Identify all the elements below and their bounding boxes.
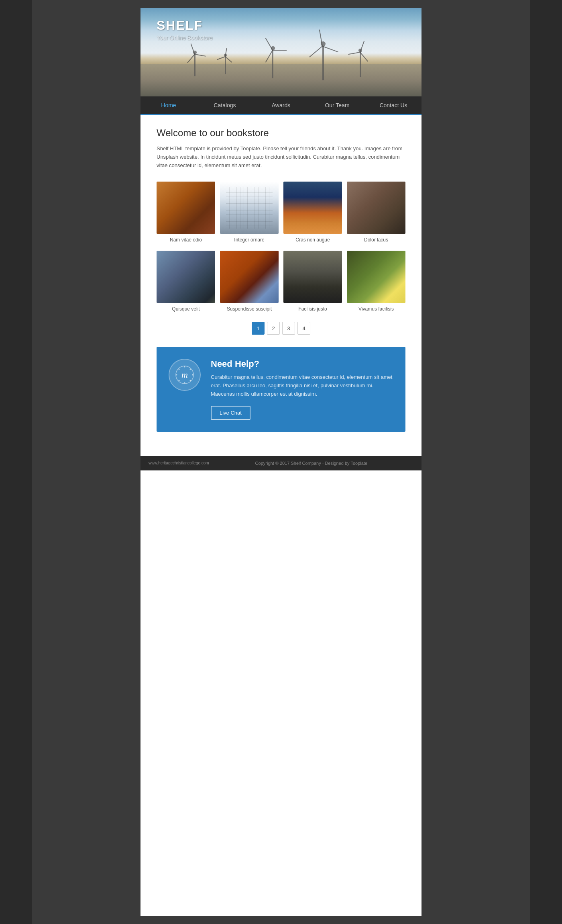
help-logo-svg: m	[175, 365, 195, 385]
help-content: Need Help? Curabitur magna tellus, condi…	[211, 359, 393, 419]
nav-home[interactable]: Home	[140, 96, 197, 114]
help-title: Need Help?	[211, 359, 393, 369]
main-content: Welcome to our bookstore Shelf HTML temp…	[140, 115, 422, 456]
help-icon: m	[169, 359, 201, 391]
image-box-7[interactable]	[347, 251, 405, 303]
help-text: Curabitur magna tellus, condimentum vita…	[211, 373, 393, 398]
nav-our-team[interactable]: Our Team	[309, 96, 365, 114]
header-text: SHELF Your Online Bookstore	[157, 18, 213, 41]
image-item-0: Nam vitae odio	[157, 182, 215, 243]
image-box-4[interactable]	[157, 251, 215, 303]
image-box-3[interactable]	[347, 182, 405, 234]
turbine-4	[313, 36, 333, 80]
image-item-1: Integer ornare	[220, 182, 279, 243]
image-box-5[interactable]	[220, 251, 279, 303]
page-wrapper: SHELF Your Online Bookstore Home Catalog…	[140, 8, 422, 916]
svg-point-4	[192, 374, 193, 376]
svg-point-6	[184, 382, 185, 384]
image-box-1[interactable]	[220, 182, 279, 234]
svg-point-9	[179, 369, 180, 370]
footer-copyright: Copyright © 2017 Shelf Company - Designe…	[209, 461, 413, 466]
image-grid-row1: Nam vitae odio Integer ornare Cras non a…	[157, 182, 405, 243]
image-box-6[interactable]	[283, 251, 342, 303]
image-caption-4: Quisque velit	[172, 306, 200, 312]
svg-point-3	[190, 369, 191, 370]
live-chat-button[interactable]: Live Chat	[211, 406, 250, 420]
svg-point-8	[176, 374, 177, 376]
turbine-3	[265, 42, 281, 78]
svg-point-5	[190, 380, 191, 381]
image-caption-5: Suspendisse suscipit	[227, 306, 272, 312]
image-caption-2: Cras non augue	[295, 237, 330, 243]
page-btn-4[interactable]: 4	[297, 322, 310, 335]
page-btn-2[interactable]: 2	[267, 322, 280, 335]
turbine-5	[353, 45, 367, 77]
image-caption-6: Facilisis justo	[298, 306, 327, 312]
svg-point-2	[184, 366, 185, 368]
image-item-3: Dolor lacus	[347, 182, 405, 243]
image-caption-3: Dolor lacus	[364, 237, 388, 243]
image-item-5: Suspendisse suscipit	[220, 251, 279, 312]
site-title: SHELF	[157, 18, 213, 33]
site-subtitle: Your Online Bookstore	[157, 35, 213, 41]
main-nav: Home Catalogs Awards Our Team Contact Us	[140, 96, 422, 115]
turbine-1	[189, 48, 201, 76]
page-btn-1[interactable]: 1	[252, 322, 265, 335]
image-box-0[interactable]	[157, 182, 215, 234]
footer-left-text: www.heritagechristiancollege.com	[149, 461, 209, 465]
pagination: 1 2 3 4	[157, 322, 405, 335]
help-section: m Need Help? Curabitur magna tellus, con…	[157, 347, 405, 431]
site-footer: www.heritagechristiancollege.com Copyrig…	[140, 456, 422, 470]
site-header: SHELF Your Online Bookstore	[140, 8, 422, 96]
image-caption-7: Vivamus facilisis	[358, 306, 394, 312]
nav-contact-us[interactable]: Contact Us	[365, 96, 422, 114]
welcome-text: Shelf HTML template is provided by Toopl…	[157, 145, 405, 170]
image-item-4: Quisque velit	[157, 251, 215, 312]
image-item-7: Vivamus facilisis	[347, 251, 405, 312]
image-item-6: Facilisis justo	[283, 251, 342, 312]
welcome-title: Welcome to our bookstore	[157, 127, 405, 139]
image-grid-row2: Quisque velit Suspendisse suscipit Facil…	[157, 251, 405, 312]
nav-catalogs[interactable]: Catalogs	[197, 96, 253, 114]
ground-background	[140, 64, 422, 96]
svg-point-7	[179, 380, 180, 381]
image-box-2[interactable]	[283, 182, 342, 234]
page-btn-3[interactable]: 3	[282, 322, 295, 335]
image-item-2: Cras non augue	[283, 182, 342, 243]
turbine-2	[221, 52, 230, 74]
svg-text:m: m	[181, 370, 188, 380]
nav-awards[interactable]: Awards	[253, 96, 309, 114]
image-caption-1: Integer ornare	[234, 237, 264, 243]
image-caption-0: Nam vitae odio	[170, 237, 202, 243]
